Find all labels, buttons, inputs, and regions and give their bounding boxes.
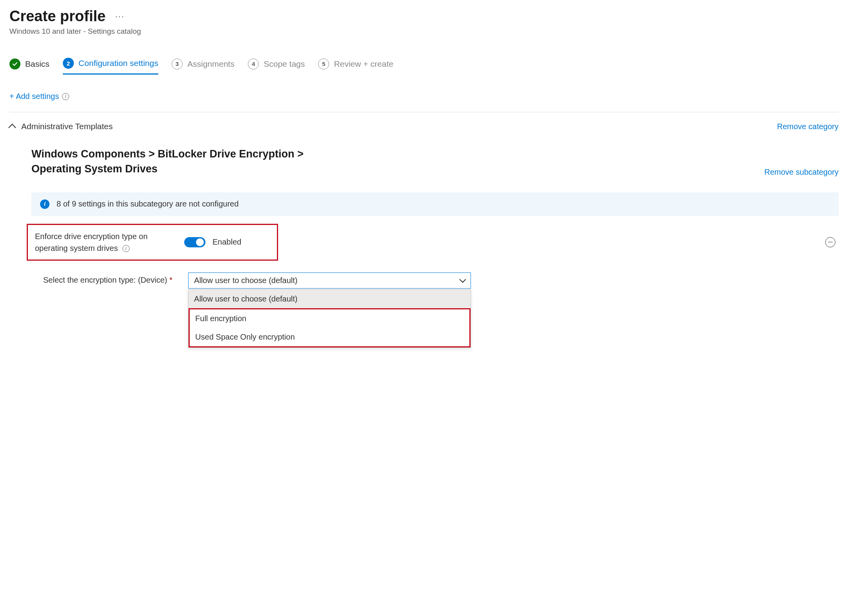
enabled-toggle[interactable] <box>184 237 205 247</box>
info-icon[interactable]: i <box>62 93 69 100</box>
info-banner: i 8 of 9 settings in this subcategory ar… <box>31 192 839 216</box>
required-marker: * <box>169 276 172 284</box>
step-label: Configuration settings <box>79 58 158 68</box>
setting-label: Enforce drive encryption type on operati… <box>35 230 161 254</box>
step-basics[interactable]: Basics <box>9 58 49 74</box>
info-icon: i <box>40 199 49 209</box>
info-banner-text: 8 of 9 settings in this subcategory are … <box>57 199 239 208</box>
dropdown-selected-value: Allow user to choose (default) <box>194 276 297 285</box>
chevron-up-icon[interactable] <box>8 124 16 132</box>
step-label: Basics <box>25 59 49 69</box>
page-title: Create profile <box>9 8 106 25</box>
subcategory-breadcrumb: Windows Components > BitLocker Drive Enc… <box>31 147 322 177</box>
step-label: Scope tags <box>264 59 305 69</box>
step-number-icon: 5 <box>318 58 329 69</box>
page-subtitle: Windows 10 and later - Settings catalog <box>9 27 839 36</box>
step-configuration-settings[interactable]: 2 Configuration settings <box>63 58 158 75</box>
more-actions-button[interactable]: ··· <box>115 11 125 22</box>
check-icon <box>9 58 20 69</box>
toggle-state-label: Enabled <box>212 238 241 247</box>
step-number-icon: 2 <box>63 58 74 69</box>
step-number-icon: 3 <box>172 58 183 69</box>
chevron-down-icon <box>460 276 466 283</box>
step-assignments[interactable]: 3 Assignments <box>172 58 234 74</box>
highlight-box: Enforce drive encryption type on operati… <box>27 224 278 261</box>
highlight-box: Full encryption Used Space Only encrypti… <box>189 308 471 347</box>
step-review-create[interactable]: 5 Review + create <box>318 58 393 74</box>
toggle-knob-icon <box>196 238 204 246</box>
remove-subcategory-link[interactable]: Remove subcategory <box>764 168 839 177</box>
dropdown-list: Allow user to choose (default) Full encr… <box>188 289 471 348</box>
dropdown-option-full-encryption[interactable]: Full encryption <box>190 309 469 328</box>
remove-setting-button[interactable] <box>825 237 835 247</box>
remove-category-link[interactable]: Remove category <box>777 122 839 131</box>
category-name: Administrative Templates <box>21 122 113 131</box>
divider <box>9 112 839 112</box>
step-label: Review + create <box>334 59 393 69</box>
wizard-stepper: Basics 2 Configuration settings 3 Assign… <box>9 58 839 75</box>
step-label: Assignments <box>187 59 234 69</box>
dropdown-option-allow-user[interactable]: Allow user to choose (default) <box>189 290 471 308</box>
dropdown-option-used-space-only[interactable]: Used Space Only encryption <box>190 328 469 346</box>
encryption-type-select[interactable]: Allow user to choose (default) <box>188 272 471 289</box>
add-settings-button[interactable]: + Add settings <box>9 92 59 101</box>
step-number-icon: 4 <box>248 58 259 69</box>
step-scope-tags[interactable]: 4 Scope tags <box>248 58 305 74</box>
dropdown-label: Select the encryption type: (Device) * <box>43 272 172 285</box>
info-icon[interactable]: i <box>123 245 130 252</box>
